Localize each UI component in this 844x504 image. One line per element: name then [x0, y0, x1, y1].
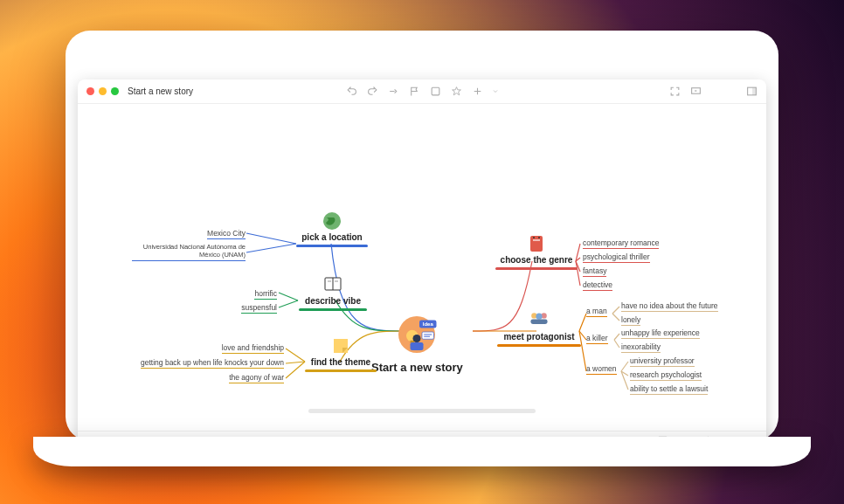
branch-protagonist-label: meet protagonist	[503, 332, 574, 343]
undo-icon[interactable]	[345, 86, 357, 98]
svg-line-8	[286, 349, 305, 362]
svg-line-5	[246, 244, 296, 252]
branch-theme-label: find the theme	[311, 357, 370, 369]
star-icon[interactable]	[450, 86, 462, 98]
svg-point-33	[413, 335, 421, 342]
flag-icon[interactable]	[408, 86, 420, 98]
window-controls	[86, 87, 119, 95]
svg-line-6	[279, 293, 298, 300]
svg-rect-3	[752, 87, 756, 95]
svg-line-10	[286, 362, 305, 378]
svg-rect-0	[432, 87, 439, 95]
mindmap-canvas[interactable]: Idea Start a new story	[78, 104, 766, 431]
leaf-women-1[interactable]: research psychologist	[630, 369, 702, 381]
present-icon[interactable]	[689, 86, 702, 98]
branch-location[interactable]: pick a location	[296, 211, 368, 247]
leaf-theme-1[interactable]: getting back up when life knocks your do…	[141, 356, 284, 369]
svg-point-47	[536, 314, 542, 320]
fit-icon[interactable]	[668, 86, 681, 98]
maximize-window-button[interactable]	[111, 87, 119, 95]
central-topic[interactable]: Idea Start a new story	[371, 308, 463, 374]
group-women[interactable]: a women	[586, 364, 617, 375]
chevron-down-icon[interactable]	[492, 86, 499, 98]
svg-line-23	[621, 371, 628, 376]
svg-line-24	[621, 371, 628, 390]
laptop-base	[33, 437, 811, 466]
branch-genre-label: choose the genre	[501, 255, 573, 266]
svg-line-20	[614, 334, 619, 340]
leaf-genre-0[interactable]: contemporary romance	[583, 237, 659, 249]
svg-rect-42	[533, 239, 540, 241]
svg-rect-48	[530, 319, 547, 324]
svg-point-44	[538, 237, 540, 238]
window-title: Start a new story	[128, 86, 193, 96]
leaf-location-1[interactable]: Universidad Nacional Autónoma de México …	[132, 241, 246, 261]
svg-rect-34	[411, 342, 424, 350]
titlebar: Start a new story	[78, 79, 766, 104]
svg-rect-40	[334, 339, 348, 353]
toolbar-right	[668, 86, 758, 98]
svg-line-22	[621, 362, 628, 371]
branch-theme[interactable]: find the theme	[305, 335, 377, 372]
svg-line-19	[612, 314, 619, 321]
laptop-notch	[356, 31, 488, 50]
leaf-genre-3[interactable]: detective	[583, 279, 612, 291]
svg-rect-30	[422, 332, 434, 339]
leaf-genre-1[interactable]: psychological thriller	[583, 251, 650, 263]
connection-lines	[78, 104, 766, 431]
leaf-vibe-1[interactable]: suspensful	[241, 301, 277, 314]
leaf-women-0[interactable]: university professor	[630, 355, 695, 367]
leaf-theme-0[interactable]: love and friendship	[222, 342, 284, 354]
laptop-frame: Start a new story	[66, 31, 778, 441]
leaf-location-0[interactable]: Mexico City	[207, 227, 246, 239]
redo-icon[interactable]	[366, 86, 378, 98]
branch-protagonist[interactable]: meet protagonist	[497, 310, 581, 347]
app-window: Start a new story	[78, 79, 766, 448]
svg-line-7	[279, 300, 298, 307]
idea-icon: Idea	[391, 308, 443, 356]
format-panel-icon[interactable]	[745, 86, 758, 98]
notebook-icon	[526, 233, 547, 252]
globe-icon	[322, 211, 342, 230]
sticky-note-icon	[330, 335, 351, 355]
svg-line-4	[246, 233, 296, 244]
horizontal-scroll-indicator[interactable]	[308, 409, 536, 413]
svg-point-43	[533, 237, 535, 238]
book-icon	[322, 274, 343, 293]
leaf-genre-2[interactable]: fantasy	[583, 265, 606, 277]
group-killer[interactable]: a killer	[586, 334, 608, 344]
svg-line-18	[612, 307, 619, 314]
note-icon[interactable]	[429, 86, 441, 98]
leaf-man-0[interactable]: have no idea about the future	[621, 300, 718, 312]
branch-location-label: pick a location	[301, 232, 362, 244]
svg-text:Idea: Idea	[423, 321, 434, 327]
minimize-window-button[interactable]	[99, 87, 107, 95]
svg-line-21	[614, 340, 619, 348]
branch-genre[interactable]: choose the genre	[495, 233, 578, 270]
branch-vibe-label: describe vibe	[305, 296, 361, 307]
topic-icon[interactable]	[387, 86, 399, 98]
toolbar-center	[345, 86, 499, 98]
svg-rect-41	[530, 236, 543, 252]
close-window-button[interactable]	[86, 87, 94, 95]
central-title: Start a new story	[371, 361, 463, 374]
leaf-killer-1[interactable]: inexorability	[621, 341, 661, 353]
leaf-theme-2[interactable]: the agony of war	[229, 371, 284, 383]
svg-line-9	[286, 362, 305, 363]
group-man[interactable]: a man	[586, 307, 607, 317]
leaf-killer-0[interactable]: unhappy life experience	[621, 327, 700, 339]
add-icon[interactable]	[471, 86, 483, 98]
leaf-man-1[interactable]: lonely	[621, 314, 640, 326]
leaf-women-2[interactable]: ability to settle a lawsuit	[630, 383, 708, 395]
people-icon	[529, 310, 550, 329]
leaf-vibe-0[interactable]: horrific	[254, 287, 277, 300]
branch-vibe[interactable]: describe vibe	[299, 274, 367, 311]
